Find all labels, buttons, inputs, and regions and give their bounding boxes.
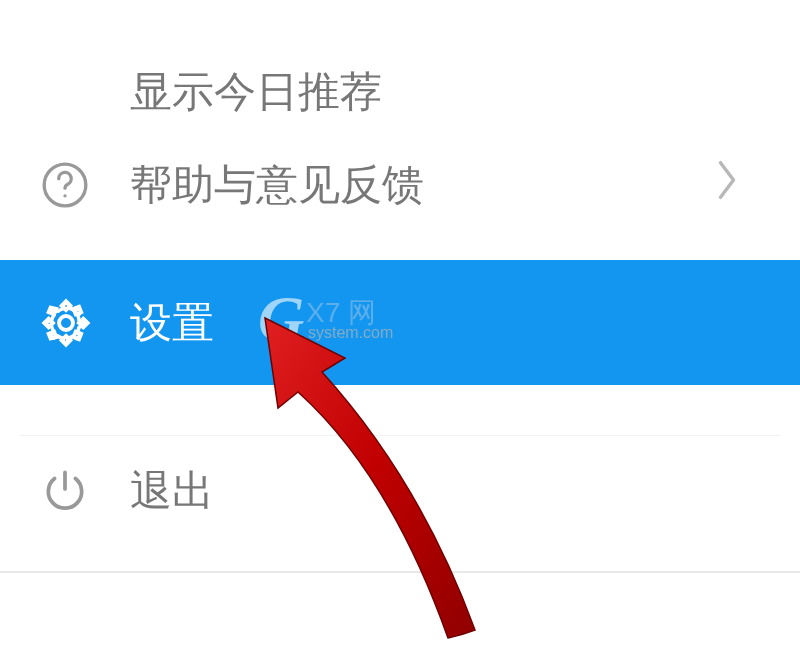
menu-item-label: 退出 bbox=[130, 463, 760, 519]
menu-item-help-feedback[interactable]: 帮助与意见反馈 bbox=[0, 135, 800, 235]
menu-item-label: 显示今日推荐 bbox=[130, 64, 760, 120]
menu-item-label: 帮助与意见反馈 bbox=[130, 157, 714, 213]
menu-item-settings[interactable]: 设置 bbox=[0, 260, 800, 385]
svg-point-2 bbox=[59, 316, 73, 330]
gear-icon bbox=[40, 297, 130, 349]
menu-item-label: 设置 bbox=[130, 295, 760, 351]
chevron-right-icon bbox=[714, 158, 760, 212]
context-menu: 显示今日推荐 帮助与意见反馈 设置 bbox=[0, 0, 800, 573]
help-icon bbox=[40, 160, 130, 210]
menu-item-exit[interactable]: 退出 bbox=[0, 436, 800, 546]
svg-point-1 bbox=[63, 194, 66, 197]
menu-item-today-recommend[interactable]: 显示今日推荐 bbox=[0, 0, 800, 135]
power-icon bbox=[40, 466, 130, 516]
